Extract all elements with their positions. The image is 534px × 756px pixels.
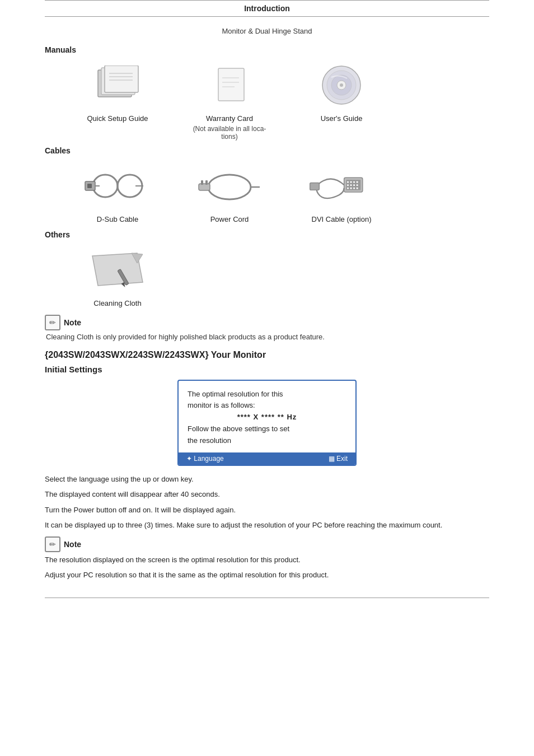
d-sub-cable-icon [84, 161, 151, 211]
dvi-cable-label: DVI Cable (option) [312, 214, 372, 225]
dialog-line4: Follow the above settings to set [188, 423, 346, 435]
note2-label: Note [64, 540, 81, 549]
dvi-cable-icon [308, 161, 375, 211]
item-quick-setup-guide: Quick Setup Guide [62, 60, 174, 124]
dialog-line1: The optimal resolution for this [188, 389, 346, 400]
instruction-4: It can be displayed up to three (3) time… [45, 520, 489, 531]
users-guide-label: User's Guide [321, 114, 363, 124]
note1-box: ✏ Note [45, 315, 489, 330]
dialog-line3: **** X **** ** Hz [188, 412, 346, 423]
item-dvi-cable: DVI Cable (option) [285, 161, 397, 225]
svg-rect-28 [347, 181, 349, 183]
dialog-exit-btn[interactable]: ▦ Exit [329, 455, 348, 463]
note2-text-2: Adjust your PC resolution so that it is … [45, 570, 489, 581]
dialog-content: The optimal resolution for this monitor … [179, 381, 355, 452]
svg-rect-40 [310, 183, 320, 190]
page-footer [45, 598, 489, 600]
note2-box: ✏ Note [45, 536, 489, 552]
warranty-card-icon [196, 60, 263, 110]
svg-rect-39 [357, 188, 358, 189]
svg-rect-38 [353, 188, 355, 189]
svg-rect-6 [218, 68, 244, 101]
svg-rect-37 [350, 188, 352, 189]
dialog-line5: the resolution [188, 435, 346, 447]
page-header: Introduction [45, 0, 489, 17]
svg-point-21 [208, 175, 251, 199]
svg-rect-24 [205, 180, 208, 185]
manuals-section-label: Manuals [45, 45, 489, 54]
cleaning-cloth-icon [84, 245, 151, 295]
dialog-language-btn[interactable]: ✦ Language [186, 455, 224, 463]
warranty-card-sublabel: (Not available in all loca-tions) [193, 125, 266, 141]
svg-rect-33 [350, 184, 352, 186]
others-section-label: Others [45, 230, 489, 239]
note2-icon: ✏ [45, 536, 60, 552]
your-monitor-heading: {2043SW/2043SWX/2243SW/2243SWX} Your Mon… [45, 350, 489, 360]
svg-rect-32 [347, 184, 349, 186]
note2-text-1: The resolution displayed on the screen i… [45, 554, 489, 566]
power-cord-icon [196, 161, 263, 211]
instruction-1: Select the language using the up or down… [45, 474, 489, 485]
svg-rect-31 [357, 181, 358, 183]
dialog-line2: monitor is as follows: [188, 400, 346, 412]
svg-rect-30 [353, 181, 355, 183]
item-d-sub-cable: D-Sub Cable [62, 161, 174, 225]
note1-label: Note [64, 318, 81, 327]
item-users-guide: User's Guide [285, 60, 397, 124]
svg-rect-23 [201, 180, 203, 185]
item-power-cord: Power Cord [174, 161, 285, 225]
svg-rect-35 [357, 184, 358, 186]
initial-settings-heading: Initial Settings [45, 365, 489, 374]
quick-setup-guide-label: Quick Setup Guide [87, 114, 148, 124]
others-row: Cleaning Cloth [62, 245, 489, 309]
power-cord-label: Power Cord [210, 214, 249, 225]
svg-rect-2 [105, 66, 138, 92]
svg-rect-22 [199, 184, 210, 190]
quick-setup-guide-icon [84, 60, 151, 110]
cables-section-label: Cables [45, 146, 489, 155]
svg-rect-34 [353, 184, 355, 186]
page-title: Introduction [244, 4, 290, 13]
item-warranty-card: Warranty Card (Not available in all loca… [174, 60, 285, 141]
svg-rect-20 [87, 184, 92, 188]
monitor-title: Monitor & Dual Hinge Stand [45, 27, 489, 35]
item-cleaning-cloth: Cleaning Cloth [62, 245, 174, 309]
svg-rect-36 [347, 188, 349, 189]
warranty-card-label: Warranty Card [206, 114, 253, 124]
cables-row: D-Sub Cable Power Cord [62, 161, 489, 225]
dialog-footer: ✦ Language ▦ Exit [179, 452, 355, 465]
note1-text: Cleaning Cloth is only provided for high… [46, 333, 489, 341]
svg-rect-29 [350, 181, 352, 183]
users-guide-icon [308, 60, 375, 110]
instruction-2: The displayed content will disappear aft… [45, 489, 489, 500]
svg-point-14 [340, 83, 343, 87]
initial-settings-dialog: The optimal resolution for this monitor … [177, 380, 357, 466]
instruction-3: Turn the Power button off and on. It wil… [45, 505, 489, 516]
d-sub-cable-label: D-Sub Cable [97, 214, 138, 225]
manuals-row: Quick Setup Guide Warranty Card (Not ava… [62, 60, 489, 141]
cleaning-cloth-label: Cleaning Cloth [93, 298, 141, 309]
note1-icon: ✏ [45, 315, 60, 330]
